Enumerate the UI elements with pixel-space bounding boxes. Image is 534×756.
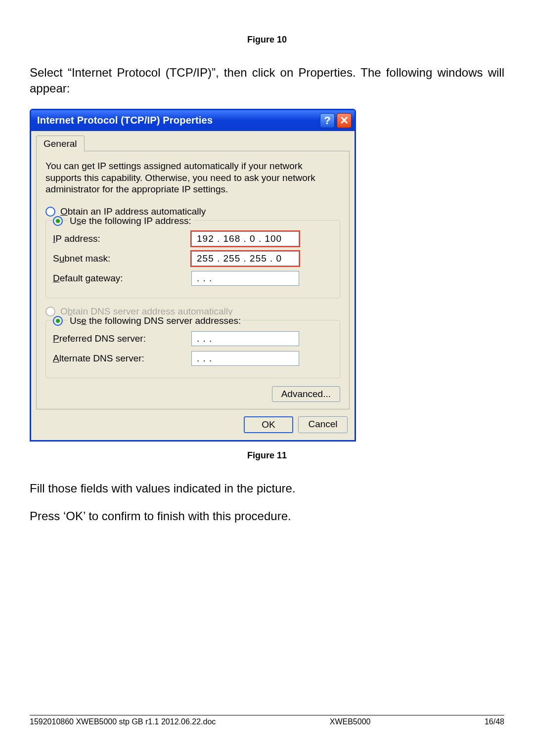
footer-right: 16/48 [485, 717, 504, 726]
preferred-dns-label: Preferred DNS server: [53, 333, 191, 344]
close-button[interactable]: ✕ [337, 113, 352, 128]
ip-groupbox: Use the following IP address: IP address… [45, 220, 340, 298]
radio-label-ip-manual: Use the following IP address: [68, 216, 193, 226]
radio-label-dns-manual: Use the following DNS server addresses: [68, 315, 243, 326]
paragraph-2: Fill those fields with values indicated … [30, 481, 504, 496]
close-icon: ✕ [340, 114, 349, 127]
alternate-dns-label: Alternate DNS server: [53, 353, 191, 364]
radio-icon [45, 307, 55, 316]
advanced-button[interactable]: Advanced... [272, 386, 340, 402]
figure-10-caption: Figure 10 [30, 35, 504, 45]
cancel-button[interactable]: Cancel [298, 416, 348, 433]
default-gateway-label: Default gateway: [53, 273, 191, 284]
paragraph-3: Press ‘OK’ to confirm to finish with thi… [30, 508, 504, 524]
help-button[interactable]: ? [320, 113, 335, 128]
preferred-dns-input[interactable]: . . . [191, 331, 299, 346]
subnet-mask-label: Subnet mask: [53, 253, 191, 264]
radio-icon [53, 316, 63, 326]
paragraph-1: Select “Internet Protocol (TCP/IP)”, the… [30, 65, 504, 97]
footer-center: XWEB5000 [330, 717, 371, 726]
ok-button[interactable]: OK [244, 416, 293, 433]
titlebar[interactable]: Internet Protocol (TCP/IP) Properties ? … [31, 110, 355, 131]
tab-general[interactable]: General [36, 135, 85, 151]
figure-11-caption: Figure 11 [30, 450, 504, 461]
radio-row-dns-manual[interactable]: Use the following DNS server addresses: [53, 315, 333, 326]
radio-icon [45, 207, 55, 217]
alternate-dns-input[interactable]: . . . [191, 351, 299, 366]
intro-text: You can get IP settings assigned automat… [45, 160, 340, 195]
radio-icon [53, 216, 63, 226]
window-title: Internet Protocol (TCP/IP) Properties [37, 115, 318, 126]
default-gateway-input[interactable]: . . . [191, 271, 299, 286]
tab-panel-general: You can get IP settings assigned automat… [36, 151, 350, 409]
subnet-mask-input[interactable]: 255 . 255 . 255 . 0 [191, 251, 299, 266]
footer-left: 1592010860 XWEB5000 stp GB r1.1 2012.06.… [30, 717, 216, 726]
ip-address-input[interactable]: 192 . 168 . 0 . 100 [191, 231, 299, 246]
page-footer: 1592010860 XWEB5000 stp GB r1.1 2012.06.… [30, 715, 504, 726]
ip-address-label: IP address: [53, 233, 191, 244]
dns-groupbox: Use the following DNS server addresses: … [45, 320, 340, 378]
tcpip-properties-dialog: Internet Protocol (TCP/IP) Properties ? … [30, 109, 356, 442]
help-icon: ? [324, 114, 330, 127]
radio-row-ip-manual[interactable]: Use the following IP address: [53, 216, 333, 226]
